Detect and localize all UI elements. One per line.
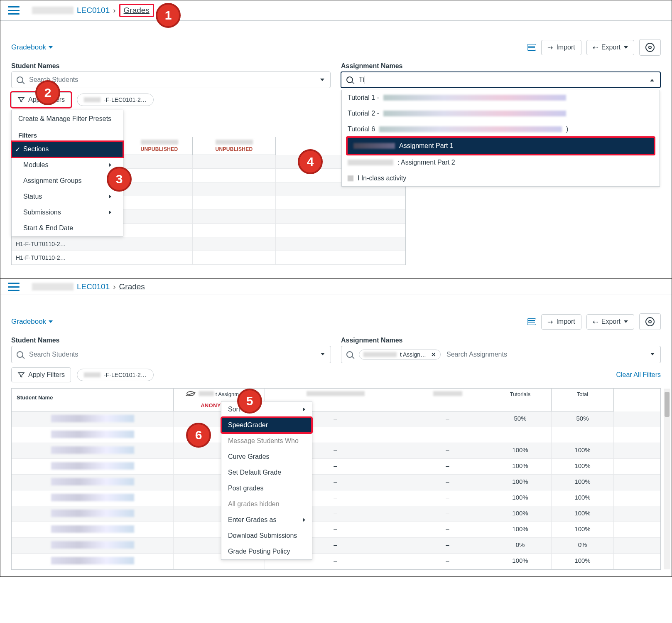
- breadcrumb: LEC0101 › Grades: [32, 4, 154, 17]
- callout-2: 2: [35, 80, 60, 105]
- keyboard-shortcuts-icon[interactable]: [527, 318, 536, 325]
- student-names-label: Student Names: [11, 62, 331, 70]
- eye-off-icon: [186, 391, 195, 396]
- col-unpub2: UNPUBLISHED: [193, 137, 276, 155]
- filter-assignment-groups[interactable]: Assignment Groups: [12, 173, 123, 189]
- export-button[interactable]: ⇠ Export: [586, 314, 634, 330]
- menu-grade-policy[interactable]: Grade Posting Policy: [221, 544, 312, 559]
- filter-icon: [17, 371, 25, 379]
- column-menu: Sort by SpeedGrader Message Students Who…: [221, 401, 312, 560]
- menu-curve-grades[interactable]: Curve Grades: [221, 449, 312, 465]
- gradebook-dropdown[interactable]: Gradebook: [11, 318, 53, 326]
- breadcrumb: LEC0101 › Grades: [32, 282, 145, 291]
- import-button[interactable]: ⇢ Import: [541, 40, 581, 55]
- col-unpub1: UNPUBLISHED: [126, 137, 193, 155]
- callout-1: 1: [156, 3, 181, 28]
- hamburger-icon[interactable]: [8, 283, 20, 291]
- search-students-input[interactable]: Search Students: [11, 346, 331, 363]
- assignment-names-label: Assignment Names: [341, 62, 661, 70]
- callout-6: 6: [186, 423, 211, 448]
- filter-modules[interactable]: Modules: [12, 157, 123, 173]
- grade-table-body: ––50%50% –––– ––100%100% ––100%100% ––10…: [12, 411, 660, 569]
- filter-sections[interactable]: Sections: [12, 141, 123, 157]
- assignment-names-label: Assignment Names: [341, 337, 661, 344]
- search-assignments-input[interactable]: Ti Tutorial 1 - Tutorial 2 - Tutorial 6)…: [341, 71, 661, 88]
- clear-all-filters[interactable]: Clear All Filters: [616, 371, 661, 379]
- dd-item-assignment1[interactable]: Assignment Part 1: [348, 138, 654, 154]
- assignment-dropdown: Tutorial 1 - Tutorial 2 - Tutorial 6) As…: [341, 90, 660, 187]
- menu-enter-grades-as[interactable]: Enter Grades as: [221, 512, 312, 528]
- hamburger-icon[interactable]: [8, 6, 20, 15]
- page-title: Grades: [119, 282, 145, 291]
- col-redacted2[interactable]: [406, 389, 489, 411]
- course-link[interactable]: LEC0101: [77, 282, 110, 291]
- export-button[interactable]: ⇠ Export: [586, 40, 634, 55]
- dd-item-tutorial1[interactable]: Tutorial 1 -: [342, 90, 660, 106]
- callout-5: 5: [237, 389, 262, 414]
- dd-item-inclass[interactable]: I In-class activity: [342, 170, 660, 186]
- filters-popover: Create & Manage Filter Presets Filters S…: [11, 110, 123, 236]
- search-assignments-input[interactable]: t Assign…✕ Search Assignments: [341, 346, 661, 363]
- dd-item-assignment2[interactable]: : Assignment Part 2: [342, 155, 660, 170]
- filter-start-end[interactable]: Start & End Date: [12, 220, 123, 236]
- menu-post-grades[interactable]: Post grades: [221, 480, 312, 496]
- menu-set-default[interactable]: Set Default Grade: [221, 465, 312, 480]
- dd-item-tutorial2[interactable]: Tutorial 2 -: [342, 106, 660, 121]
- filter-chip-section[interactable]: -F-LEC0101-2…: [77, 369, 154, 381]
- apply-filters-button[interactable]: Apply Filters: [11, 367, 71, 382]
- col-student-name[interactable]: Student Name: [12, 389, 174, 411]
- callout-3: 3: [107, 167, 132, 192]
- filter-icon: [17, 96, 25, 103]
- keyboard-shortcuts-icon[interactable]: [527, 44, 536, 51]
- scrollbar[interactable]: [664, 389, 670, 569]
- menu-message-students: Message Students Who: [221, 433, 312, 449]
- settings-button[interactable]: [639, 39, 661, 56]
- menu-sort-by[interactable]: Sort by: [221, 401, 312, 417]
- assignment-chip[interactable]: t Assign…✕: [359, 350, 441, 360]
- menu-speedgrader[interactable]: SpeedGrader: [221, 417, 312, 433]
- close-icon[interactable]: ✕: [431, 351, 436, 358]
- filter-submissions[interactable]: Submissions: [12, 204, 123, 220]
- import-button[interactable]: ⇢ Import: [541, 314, 581, 330]
- col-total[interactable]: Total: [552, 389, 614, 411]
- filter-chip-section[interactable]: -F-LEC0101-2…: [77, 94, 154, 106]
- table-row: H1-F-TUT0110-2…: [12, 237, 126, 251]
- menu-download-subs[interactable]: Download Submissions: [221, 528, 312, 544]
- table-row: H1-F-TUT0110-2…: [12, 251, 126, 264]
- settings-button[interactable]: [639, 313, 661, 330]
- course-link[interactable]: LEC0101: [77, 6, 110, 15]
- callout-4: 4: [298, 149, 323, 174]
- dd-item-tutorial6[interactable]: Tutorial 6): [342, 121, 660, 137]
- menu-all-hidden: All grades hidden: [221, 496, 312, 512]
- student-names-label: Student Names: [11, 337, 331, 344]
- filter-status[interactable]: Status: [12, 189, 123, 204]
- col-tutorials[interactable]: Tutorials: [489, 389, 552, 411]
- search-students-input[interactable]: Search Students: [11, 71, 331, 88]
- filters-heading: Filters: [12, 128, 123, 141]
- page-title: Grades: [124, 6, 150, 15]
- gradebook-dropdown[interactable]: Gradebook: [11, 43, 53, 52]
- create-filter-presets[interactable]: Create & Manage Filter Presets: [12, 110, 123, 128]
